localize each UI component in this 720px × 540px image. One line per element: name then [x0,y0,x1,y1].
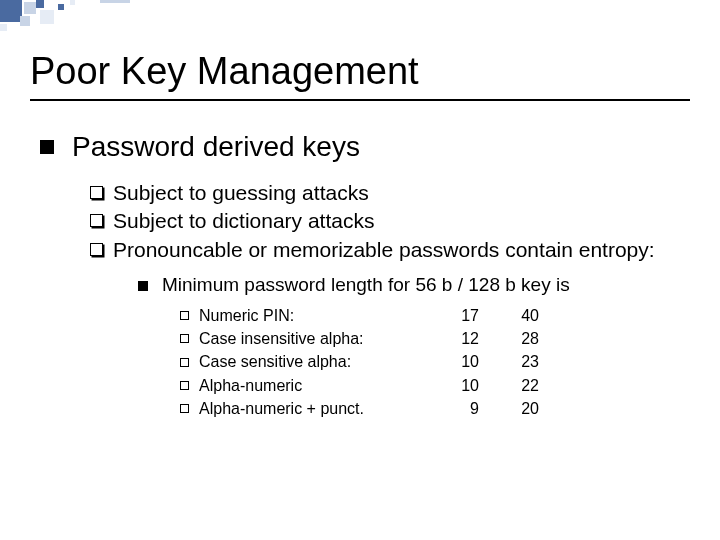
square-hollow-icon [180,334,189,343]
square-shadow-icon [90,186,103,199]
square-hollow-icon [180,404,189,413]
row-56b: 17 [409,304,479,327]
row-56b: 10 [409,350,479,373]
bullet-level2: Subject to guessing attacks [90,179,690,207]
square-hollow-icon [180,358,189,367]
level2-text: Subject to dictionary attacks [113,207,374,235]
level2-text: Subject to guessing attacks [113,179,369,207]
row-label: Case insensitive alpha: [199,327,409,350]
level1-text: Password derived keys [72,131,360,163]
row-128b: 20 [479,397,539,420]
bullet-level2: Pronouncable or memorizable passwords co… [90,236,690,264]
row-128b: 23 [479,350,539,373]
corner-decoration [0,0,150,30]
row-label: Alpha-numeric + punct. [199,397,409,420]
length-table: Numeric PIN: 17 40 Case insensitive alph… [180,304,690,420]
square-shadow-icon [90,214,103,227]
row-128b: 22 [479,374,539,397]
bullet-level1: Password derived keys [40,131,690,163]
table-row: Alpha-numeric 10 22 [180,374,690,397]
row-label: Numeric PIN: [199,304,409,327]
row-56b: 9 [409,397,479,420]
level3-text: Minimum password length for 56 b / 128 b… [162,274,570,296]
row-128b: 40 [479,304,539,327]
square-shadow-icon [90,243,103,256]
square-filled-icon [40,140,54,154]
row-56b: 10 [409,374,479,397]
square-hollow-icon [180,381,189,390]
square-filled-small-icon [138,281,148,291]
table-row: Alpha-numeric + punct. 9 20 [180,397,690,420]
bullet-level3: Minimum password length for 56 b / 128 b… [138,274,690,296]
table-row: Case sensitive alpha: 10 23 [180,350,690,373]
row-label: Alpha-numeric [199,374,409,397]
row-label: Case sensitive alpha: [199,350,409,373]
table-row: Case insensitive alpha: 12 28 [180,327,690,350]
square-hollow-icon [180,311,189,320]
bullet-level2-group: Subject to guessing attacks Subject to d… [90,179,690,264]
title-rule [30,99,690,101]
row-56b: 12 [409,327,479,350]
table-row: Numeric PIN: 17 40 [180,304,690,327]
slide-title: Poor Key Management [30,50,690,93]
bullet-level2: Subject to dictionary attacks [90,207,690,235]
row-128b: 28 [479,327,539,350]
slide-body: Poor Key Management Password derived key… [0,0,720,420]
level2-text: Pronouncable or memorizable passwords co… [113,236,655,264]
